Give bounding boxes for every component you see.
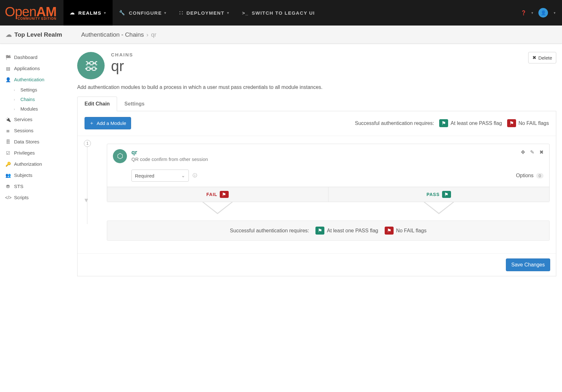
nav-realms[interactable]: ☁ REALMS ▾ xyxy=(63,0,113,25)
sidebar: 🏁Dashboard ▤Applications 👤Authentication… xyxy=(0,44,71,289)
cloud-icon: ☁ xyxy=(6,31,12,38)
chevron-right-icon: › xyxy=(11,98,17,101)
sidebar-item-sts[interactable]: ⛃STS xyxy=(0,181,71,192)
module-desc: QR code confirm from other session xyxy=(131,156,208,162)
sidebar-item-datastores[interactable]: 🗄Data Stores xyxy=(0,136,71,147)
options-label[interactable]: Options 0 xyxy=(516,173,544,178)
tab-settings[interactable]: Settings xyxy=(117,97,152,111)
caret-icon: ▾ xyxy=(531,11,533,15)
sidebar-item-subjects[interactable]: 👥Subjects xyxy=(0,170,71,181)
panel-footer: Save Changes xyxy=(78,253,556,276)
plus-icon: ＋ xyxy=(89,120,94,126)
caret-icon: ▾ xyxy=(227,11,230,15)
criteria-value: Required xyxy=(135,173,154,178)
pass-flag-requirement: ⚑ At least one PASS flag xyxy=(439,119,502,127)
flag-icon: ⚑ xyxy=(220,191,229,198)
chevron-right-icon: › xyxy=(11,88,17,92)
header-eyebrow: CHAINS xyxy=(111,52,133,57)
edit-icon[interactable]: ✎ xyxy=(530,149,534,163)
module-icon: ⬡ xyxy=(113,149,127,163)
breadcrumb-root[interactable]: Authentication - Chains xyxy=(81,31,144,38)
sub-header: ☁ Top Level Realm Authentication - Chain… xyxy=(0,25,562,44)
sidebar-item-services[interactable]: 🔌Services xyxy=(0,114,71,125)
add-module-button[interactable]: ＋ Add a Module xyxy=(85,117,131,129)
close-icon: ✖ xyxy=(532,55,536,61)
step-index: 1 xyxy=(84,140,91,147)
nav-configure[interactable]: 🔧 CONFIGURE ▾ xyxy=(113,0,173,25)
sidebar-item-scripts[interactable]: </>Scripts xyxy=(0,192,71,203)
sidebar-item-dashboard[interactable]: 🏁Dashboard xyxy=(0,52,71,63)
logo-text-am: AM xyxy=(36,5,56,18)
gauge-icon: 🏁 xyxy=(5,55,11,60)
sidebar-item-privileges[interactable]: ☑Privileges xyxy=(0,147,71,158)
sitemap-icon: ⸬ xyxy=(180,10,183,16)
arrow-down-icon xyxy=(424,202,454,214)
page-description: Add authentication modules to build a pr… xyxy=(77,84,556,90)
tab-edit-chain[interactable]: Edit Chain xyxy=(77,97,117,111)
sidebar-subitem-settings[interactable]: ›Settings xyxy=(6,85,71,95)
user-menu[interactable]: 👤 ▾ xyxy=(538,8,556,18)
cloud-icon: ☁ xyxy=(70,10,75,16)
chevron-right-icon: › xyxy=(146,31,148,38)
delete-icon[interactable]: ✖ xyxy=(539,149,544,163)
user-icon: 👤 xyxy=(5,77,11,82)
logo-text-open: Open xyxy=(5,5,36,18)
save-button[interactable]: Save Changes xyxy=(506,258,550,271)
chevron-right-icon: › xyxy=(11,107,17,111)
layers-icon: ≣ xyxy=(5,128,11,133)
flag-icon: ⚑ xyxy=(442,191,451,198)
module-card: ⬡ qr QR code confirm from other session … xyxy=(107,144,550,202)
help-button[interactable]: ❓ ▾ xyxy=(521,10,533,15)
caret-icon: ▾ xyxy=(104,11,107,15)
outcome-connectors xyxy=(107,202,550,214)
panel-toolbar: ＋ Add a Module Successful authentication… xyxy=(78,111,556,136)
sidebar-subitem-modules[interactable]: ›Modules xyxy=(6,104,71,114)
tabs: Edit Chain Settings xyxy=(77,97,556,111)
criteria-select[interactable]: Required ⌄ xyxy=(131,170,189,182)
summary-bar: Successful authentication requires: ⚑ At… xyxy=(107,221,550,241)
nav-deployment[interactable]: ⸬ DEPLOYMENT ▾ xyxy=(173,0,236,25)
plug-icon: 🔌 xyxy=(5,117,11,122)
outcome-fail: FAIL ⚑ xyxy=(107,187,329,202)
flag-icon: ⚑ xyxy=(439,119,448,127)
database-icon: 🗄 xyxy=(5,139,11,144)
page-title: qr xyxy=(111,59,133,73)
flag-icon: ⚑ xyxy=(315,227,324,235)
group-icon: 👥 xyxy=(5,173,11,178)
realm-name-text: Top Level Realm xyxy=(14,31,62,38)
summary-pass-flag: ⚑ At least one PASS flag xyxy=(315,227,378,235)
chain-icon: ⛓ xyxy=(77,52,105,79)
check-icon: ☑ xyxy=(5,150,11,156)
nav-legacy[interactable]: >_ SWITCH TO LEGACY UI xyxy=(236,0,321,25)
nav-realms-label: REALMS xyxy=(78,10,101,16)
user-avatar: 👤 xyxy=(538,8,548,18)
info-icon[interactable]: ⓘ xyxy=(193,173,197,178)
flag-icon: ⚑ xyxy=(385,227,394,235)
caret-icon: ▾ xyxy=(164,11,167,15)
console-icon: >_ xyxy=(242,10,248,16)
tower-icon: ⛃ xyxy=(5,184,11,189)
outcome-pass: PASS ⚑ xyxy=(329,187,550,202)
help-icon: ❓ xyxy=(521,10,526,15)
page-header: ⛓ CHAINS qr ✖ Delete xyxy=(77,52,556,79)
flag-icon: ⚑ xyxy=(507,119,516,127)
sidebar-item-sessions[interactable]: ≣Sessions xyxy=(0,125,71,136)
arrow-down-icon xyxy=(202,202,233,214)
sidebar-item-applications[interactable]: ▤Applications xyxy=(0,63,71,74)
nav-legacy-label: SWITCH TO LEGACY UI xyxy=(252,10,315,16)
step-connector-line xyxy=(87,147,87,224)
chain-canvas: 1 ▾ ⬡ qr QR code confirm from other sess… xyxy=(78,136,556,253)
module-name[interactable]: qr xyxy=(131,149,208,156)
sidebar-item-authentication[interactable]: 👤Authentication xyxy=(0,74,71,85)
fail-flag-requirement: ⚑ No FAIL flags xyxy=(507,119,549,127)
summary-requires-label: Successful authentication requires: xyxy=(230,228,309,234)
realm-title: ☁ Top Level Realm xyxy=(6,31,62,38)
logo[interactable]: OpenAM COMMUNITY EDITION xyxy=(0,0,63,25)
sidebar-subitem-chains[interactable]: ›Chains xyxy=(6,95,71,104)
sidebar-item-authorization[interactable]: 🔑Authorization xyxy=(0,158,71,170)
move-icon[interactable]: ✥ xyxy=(521,149,525,163)
top-navbar: OpenAM COMMUNITY EDITION ☁ REALMS ▾ 🔧 CO… xyxy=(0,0,562,25)
delete-button[interactable]: ✖ Delete xyxy=(528,52,556,63)
code-icon: </> xyxy=(5,195,11,200)
chevron-down-icon: ⌄ xyxy=(181,173,185,178)
